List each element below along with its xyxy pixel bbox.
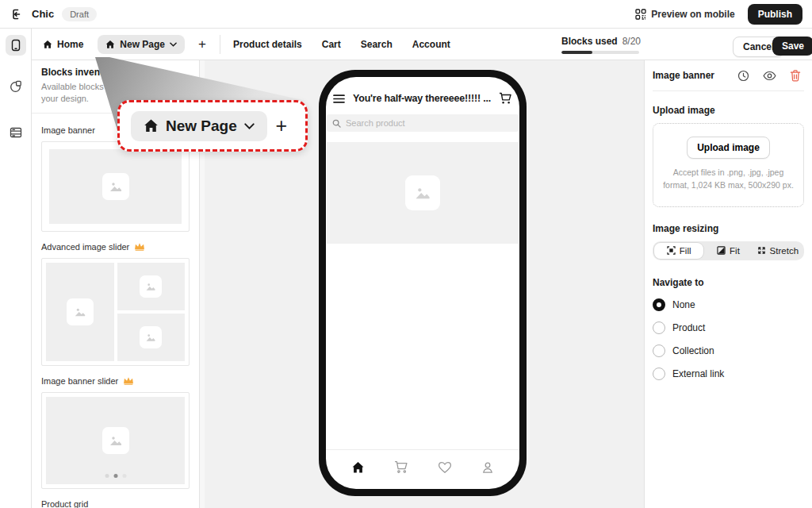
layout-rows-icon xyxy=(10,127,22,138)
image-placeholder xyxy=(117,314,186,361)
app-title: Chic xyxy=(32,8,54,20)
preview-on-mobile-label: Preview on mobile xyxy=(651,9,734,20)
blocks-used-progress-track xyxy=(561,51,639,54)
menu-icon[interactable] xyxy=(333,94,345,103)
navigate-option-external-link[interactable]: External link xyxy=(653,368,804,380)
phone-page-title: You're half-way thereeee!!!!! ... xyxy=(345,93,499,104)
block-label-product-grid: Product grid xyxy=(41,499,190,508)
rail-item-layout[interactable] xyxy=(6,122,26,143)
new-page-callout: New Page + xyxy=(117,100,308,152)
image-glyph-icon xyxy=(140,275,162,298)
navigate-to-label: Navigate to xyxy=(653,277,804,288)
image-placeholder xyxy=(117,263,186,310)
image-glyph-icon xyxy=(140,326,162,348)
tab-new-page-label: New Page xyxy=(120,39,165,50)
image-resizing-segmented-control: Fill Fit xyxy=(653,241,804,260)
image-placeholder xyxy=(46,263,114,361)
publish-button[interactable]: Publish xyxy=(748,4,802,25)
phone-image-banner-block[interactable] xyxy=(327,142,519,244)
tab-home-label: Home xyxy=(57,39,83,50)
visibility-eye-icon[interactable] xyxy=(763,71,776,81)
radio-icon xyxy=(653,344,665,357)
image-glyph-icon xyxy=(405,175,440,210)
home-icon xyxy=(144,118,159,133)
qr-code-icon xyxy=(635,9,646,20)
callout-add-page-button[interactable]: + xyxy=(267,114,296,137)
block-card-image-banner[interactable] xyxy=(41,141,190,232)
callout-new-page-label: New Page xyxy=(166,117,237,135)
chevron-down-icon xyxy=(244,123,255,129)
radio-icon xyxy=(653,368,665,380)
resize-option-fit[interactable]: Fit xyxy=(703,243,753,259)
image-glyph-icon xyxy=(102,173,129,200)
preview-on-mobile-button[interactable]: Preview on mobile xyxy=(635,9,734,20)
image-resizing-label: Image resizing xyxy=(653,223,804,234)
block-label-image-banner-slider: Image banner slider xyxy=(41,376,190,386)
rail-item-design[interactable] xyxy=(6,35,26,56)
blocks-used-meter: Blocks used 8/20 xyxy=(561,36,641,54)
home-icon xyxy=(43,40,52,49)
resize-option-fill[interactable]: Fill xyxy=(654,243,703,259)
phone-bottom-nav xyxy=(326,449,519,489)
left-icon-rail xyxy=(0,29,32,508)
callout-new-page-button[interactable]: New Page xyxy=(131,111,267,141)
block-card-image-banner-slider[interactable] xyxy=(41,392,190,489)
account-icon[interactable] xyxy=(481,461,494,474)
upload-image-button[interactable]: Upload image xyxy=(687,137,770,159)
settings-title: Image banner xyxy=(653,70,737,81)
tab-cart[interactable]: Cart xyxy=(322,39,341,50)
tab-new-page[interactable]: New Page xyxy=(98,35,185,54)
rail-item-theme[interactable] xyxy=(6,76,26,97)
image-glyph-icon xyxy=(67,298,94,325)
phone-header: You're half-way thereeee!!!!! ... xyxy=(326,88,519,109)
home-icon[interactable] xyxy=(351,461,365,474)
phone-screen: You're half-way thereeee!!!!! ... xyxy=(326,77,519,489)
image-placeholder xyxy=(46,397,185,484)
draft-status-badge: Draft xyxy=(62,7,97,21)
premium-crown-icon xyxy=(123,376,134,385)
heart-icon[interactable] xyxy=(438,461,452,474)
image-glyph-icon xyxy=(102,427,129,454)
upload-hint: Accept files in .png, .jpg, .jpeg format… xyxy=(660,167,797,192)
navigate-option-none[interactable]: None xyxy=(653,298,804,311)
schedule-clock-icon[interactable] xyxy=(737,70,749,82)
chevron-down-icon xyxy=(170,42,177,47)
block-label-advanced-image-slider: Advanced image slider xyxy=(41,242,190,252)
pages-toolbar: Home New Page + Product details Cart Sea… xyxy=(32,29,812,60)
resize-option-stretch[interactable]: Stretch xyxy=(753,243,802,259)
toolbar-divider xyxy=(220,35,220,54)
block-settings-panel: Image banner Upload image Up xyxy=(644,60,812,508)
slider-pagination-dots xyxy=(105,474,126,478)
fill-icon xyxy=(667,246,676,255)
phone-mockup: You're half-way thereeee!!!!! ... xyxy=(319,70,527,496)
tab-account[interactable]: Account xyxy=(412,39,450,50)
block-card-advanced-image-slider[interactable] xyxy=(41,258,190,366)
phone-search-input[interactable] xyxy=(346,118,488,128)
upload-image-label: Upload image xyxy=(653,105,804,116)
home-icon xyxy=(105,40,115,49)
radio-selected-icon xyxy=(653,298,665,311)
exit-icon[interactable] xyxy=(10,8,22,21)
blocks-used-label: Blocks used xyxy=(561,36,618,47)
settings-header: Image banner xyxy=(653,60,804,91)
top-bar: Chic Draft Preview on mobile Publish xyxy=(0,0,812,29)
fit-icon xyxy=(717,246,726,255)
cart-icon[interactable] xyxy=(394,460,408,474)
tab-search[interactable]: Search xyxy=(361,39,393,50)
tab-product-details[interactable]: Product details xyxy=(233,39,302,50)
search-icon xyxy=(332,119,341,128)
app-window: Chic Draft Preview on mobile Publish Hom… xyxy=(0,0,812,508)
blocks-used-value: 8/20 xyxy=(622,36,641,47)
navigate-option-collection[interactable]: Collection xyxy=(653,344,804,357)
save-button[interactable]: Save xyxy=(772,37,812,56)
theme-settings-icon xyxy=(10,80,22,93)
radio-icon xyxy=(653,321,665,334)
upload-dropzone[interactable]: Upload image Accept files in .png, .jpg,… xyxy=(653,123,804,207)
add-page-button[interactable]: + xyxy=(193,35,212,54)
phone-search-bar[interactable] xyxy=(327,114,519,132)
cart-icon[interactable] xyxy=(499,92,512,105)
blocks-used-progress-fill xyxy=(561,51,592,54)
navigate-option-product[interactable]: Product xyxy=(653,321,804,334)
delete-trash-icon[interactable] xyxy=(790,70,801,82)
tab-home[interactable]: Home xyxy=(43,39,83,50)
